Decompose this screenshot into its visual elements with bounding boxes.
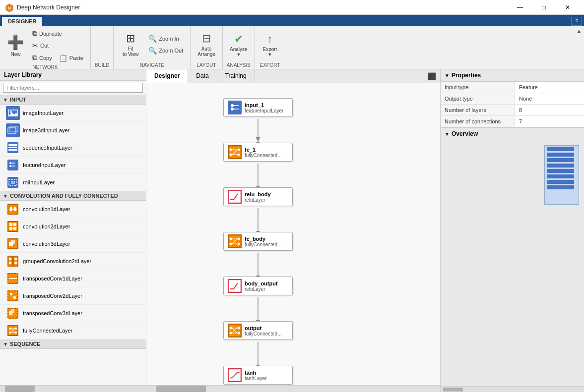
node-output[interactable]: output fullyConnected... [223,321,293,340]
category-input[interactable]: ▼ INPUT [0,95,146,105]
sidebar-item-groupedConvolution2dLayer[interactable]: groupedConvolution2dLayer [0,253,146,270]
transposedConv1dLayer-icon [6,272,20,285]
svg-rect-2 [7,108,18,118]
title-bar: N Deep Network Designer — □ ✕ [0,0,584,15]
svg-point-14 [9,162,11,164]
paste-icon: 📋 [59,54,67,62]
paste-button[interactable]: 📋 Paste [56,52,86,63]
tab-designer[interactable]: DESIGNER [2,17,42,26]
prop-row-num-connections: Number of connections 7 [441,116,584,127]
svg-point-108 [230,332,232,335]
category-sequence[interactable]: ▼ SEQUENCE [0,339,146,349]
ribbon: ➕ New ⧉ Duplicate ✂ Cut ⧉ Copy [0,26,584,69]
node-body-output[interactable]: body_output reluLayer [223,277,293,295]
network-small-buttons: ⧉ Duplicate ✂ Cut ⧉ Copy 📋 [29,28,86,63]
analyze-button[interactable]: ✔ Analyze ▼ [227,28,251,61]
sidebar-scroll-x[interactable] [0,385,146,392]
center-panel: Designer Data Training ⬛ [146,69,440,392]
tab-training[interactable]: Training [217,69,255,83]
svg-rect-20 [11,181,15,184]
sidebar-item-fullyConnectedLayer[interactable]: fullyConnectedLayer [0,322,146,339]
minimize-button[interactable]: — [509,0,531,15]
ribbon-tabs: DESIGNER ? [0,15,584,26]
overview-scrollbar[interactable] [441,386,584,392]
copy-icon: ⧉ [32,54,37,62]
new-icon: ➕ [7,34,24,51]
svg-rect-10 [8,144,17,146]
svg-point-4 [10,111,12,113]
analyze-icon: ✔ [234,33,243,46]
maximize-button[interactable]: □ [532,0,555,15]
prop-row-input-type: Input type Feature [441,82,584,93]
node-fc-body[interactable]: fc_body fullyConnected... [223,232,293,251]
svg-rect-48 [10,293,12,295]
transposedConv2dLayer-icon [6,289,20,303]
zoom-out-button[interactable]: 🔍 Zoom Out [145,45,186,56]
svg-rect-42 [14,262,17,264]
sidebar-item-transposedConv1dLayer[interactable]: transposedConv1dLayer [0,270,146,287]
properties-header[interactable]: ▼ Properties [441,69,584,82]
overview-header[interactable]: ▼ Overview [441,128,584,140]
designer-canvas[interactable]: input_1 featureInputLayer fc_1 fullyConn… [146,83,440,385]
svg-rect-35 [11,240,15,244]
sidebar-item-sequenceInputLayer[interactable]: sequenceInputLayer [0,139,146,157]
node-input-1[interactable]: input_1 featureInputLayer [223,98,293,117]
imageInputLayer-icon [6,106,20,120]
sidebar-item-convolution1dLayer[interactable]: convolution1dLayer [0,201,146,218]
overview-canvas [441,140,584,386]
filter-input[interactable] [3,83,143,93]
close-button[interactable]: ✕ [556,0,579,15]
help-button[interactable]: ? [571,17,582,26]
svg-point-84 [230,154,232,156]
sidebar-item-transposedConv3dLayer[interactable]: transposedConv3dLayer [0,305,146,322]
cut-button[interactable]: ✂ Cut [29,40,52,51]
imageInputLayer-label: imageInputLayer [23,110,64,116]
groupedConvolution2dLayer-icon [6,254,20,268]
category-convolution[interactable]: ▼ CONVOLUTION AND FULLY CONNECTED [0,191,146,201]
node-relu-body[interactable]: relu_body reluLayer [223,187,293,206]
zoom-in-button[interactable]: 🔍 Zoom In [145,33,186,44]
network-group-label: NETWORK [32,63,58,70]
svg-point-58 [15,328,17,330]
ribbon-group-network: ➕ New ⧉ Duplicate ✂ Cut ⧉ Copy [0,26,91,69]
roiInputLayer-icon [6,175,20,189]
sidebar-item-roiInputLayer[interactable]: roiInputLayer [0,174,146,191]
duplicate-button[interactable]: ⧉ Duplicate [29,28,86,39]
svg-rect-46 [7,290,18,301]
convolution3dLayer-label: convolution3dLayer [23,241,70,247]
sidebar-item-convolution2dLayer[interactable]: convolution2dLayer [0,218,146,235]
category-seq-arrow: ▼ [3,341,8,347]
export-button[interactable]: ↑ Export ▼ [259,28,281,61]
auto-arrange-icon: ⊟ [202,32,211,45]
sidebar-item-image3dInputLayer[interactable]: image3dInputLayer [0,122,146,139]
ribbon-collapse[interactable]: ▲ [574,26,584,69]
svg-rect-11 [8,147,17,148]
node-fc-1[interactable]: fc_1 fullyConnected... [223,143,293,162]
svg-rect-49 [13,296,16,299]
svg-point-107 [230,327,232,330]
copy-button[interactable]: ⧉ Copy [29,52,55,63]
new-button[interactable]: ➕ New [4,29,27,62]
duplicate-icon: ⧉ [32,29,37,38]
sidebar-item-transposedConv2dLayer[interactable]: transposedConv2dLayer [0,287,146,305]
canvas-scrollbar-h[interactable] [146,385,440,392]
node-tanh-icon [228,368,242,382]
sidebar-list: ▼ INPUT imageInputLayer image3dInputLaye… [0,95,146,385]
sidebar-header: Layer Library [0,69,146,81]
tab-data[interactable]: Data [188,69,217,83]
node-tanh[interactable]: tanh tanhLayer [223,366,293,385]
sidebar-item-imageInputLayer[interactable]: imageInputLayer [0,105,146,122]
node-output-icon [228,324,242,337]
window-controls: — □ ✕ [509,0,579,15]
sidebar-item-convolution3dLayer[interactable]: convolution3dLayer [0,235,146,253]
panel-minimize-btn[interactable]: ⬛ [424,70,440,82]
right-panel: ▼ Properties Input type Feature Output t… [440,69,584,392]
tab-designer[interactable]: Designer [146,69,188,83]
zoom-out-icon: 🔍 [148,47,157,55]
auto-arrange-button[interactable]: ⊟ AutoArrange [195,28,218,61]
fit-to-view-button[interactable]: ⊞ Fitto View [118,28,143,61]
sidebar-item-featureInputLayer[interactable]: featureInputLayer [0,157,146,174]
convolution3dLayer-icon [6,237,20,251]
zoom-in-icon: 🔍 [148,35,157,43]
svg-point-80 [231,108,234,111]
